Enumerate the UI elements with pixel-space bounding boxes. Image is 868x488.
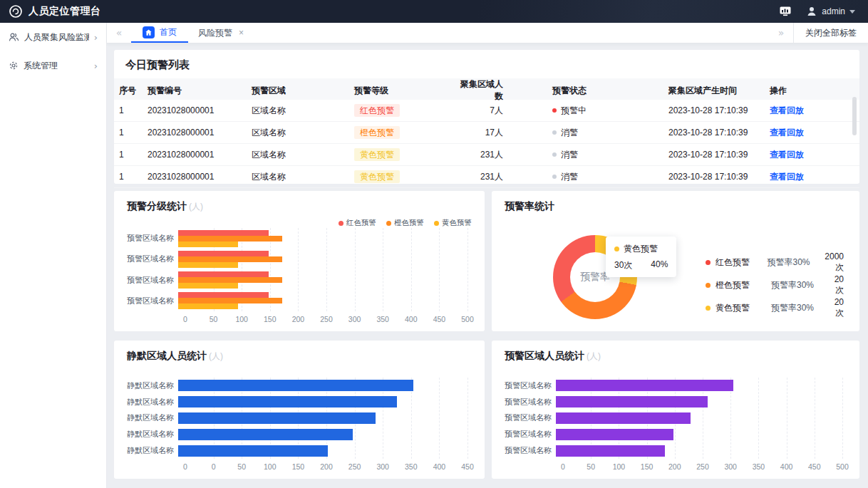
cell-level: 橙色预警 [349,126,453,139]
status-text: 消警 [561,171,578,183]
legend-dot-icon [706,260,711,265]
view-playback-link[interactable]: 查看回放 [770,128,804,137]
level-badge: 橙色预警 [354,126,400,139]
cell-area: 区域名称 [247,149,349,161]
chart-title: 预警区域人员统计(人) [492,341,859,363]
bar-track [556,380,842,391]
bar-row: 静默区域名称 [127,380,467,391]
cell-time: 2023-10-28 17:10:39 [649,150,757,160]
grouped-bar-plot: 预警区域名称预警区域名称预警区域名称预警区域名称0501001502002503… [127,228,467,326]
grid-line [467,228,468,311]
app-title: 人员定位管理台 [29,5,101,18]
plot-rows: 预警区域名称预警区域名称预警区域名称预警区域名称预警区域名称 [505,378,842,459]
column-header: 预警编号 [143,85,247,97]
rate-legend-item[interactable]: 黄色预警预警率30%20次 [706,296,844,319]
sidebar-item-risk-monitor[interactable]: 人员聚集风险监测预警 › [0,23,106,51]
column-header: 聚集区域人数 [453,78,547,103]
user-avatar-icon [806,6,817,17]
user-menu[interactable]: admin [806,6,855,17]
tooltip-percent: 40% [651,259,668,271]
x-tick-label: 200 [320,462,333,471]
column-header: 操作 [757,85,859,97]
rate-legend-name: 黄色预警 [706,302,771,314]
bar-track [178,412,467,424]
tabs-scroll-right-icon[interactable]: » [769,23,793,43]
tab-home[interactable]: 首页 [131,23,188,43]
warning-area-people-stats-card: 预警区域人员统计(人) 预警区域名称预警区域名称预警区域名称预警区域名称预警区域… [492,341,859,479]
table-row: 120231028000001区域名称橙色预警17人消警2023-10-28 1… [114,122,859,144]
bar-track [178,251,467,268]
bar-segment [178,256,282,262]
close-all-tabs-button[interactable]: 关闭全部标签 [793,23,868,43]
tooltip-series-name: 黄色预警 [624,243,658,255]
x-tick-label: 400 [780,462,793,471]
table-row: 120231028000001区域名称黄色预警231人消警2023-10-28 … [114,166,859,188]
bar [178,380,413,391]
sidebar-item-label: 人员聚集风险监测预警 [24,31,89,43]
bar [178,396,397,407]
x-tick-label: 450 [433,315,446,323]
bar-segment [178,277,282,283]
bar-row: 预警区域名称 [505,445,842,457]
brand: 人员定位管理台 [0,4,101,19]
bar-row: 静默区域名称 [127,429,467,440]
bar-track [178,380,467,391]
logo-icon [9,4,23,19]
cell-count: 17人 [453,127,547,139]
cell-index: 1 [114,105,143,115]
monitor-screen-icon[interactable] [779,6,792,17]
view-playback-link[interactable]: 查看回放 [770,150,804,160]
close-icon[interactable]: × [239,28,244,38]
cell-area: 区域名称 [247,105,349,117]
bar-row: 静默区域名称 [127,445,467,457]
legend-item[interactable]: 红色预警 [339,218,376,228]
y-axis-label: 预警区域名称 [127,275,178,286]
x-tick-label: 100 [613,462,626,471]
bar-segment [178,283,238,289]
sidebar-item-system-admin[interactable]: 系统管理 › [0,51,106,80]
bar [556,445,665,457]
x-tick-label: 450 [461,462,474,471]
tabs-scroll-left-icon[interactable]: « [107,23,131,43]
cell-level: 黄色预警 [349,148,453,161]
x-tick-label: 400 [433,462,446,471]
legend-item[interactable]: 黄色预警 [434,218,472,228]
bar-plot: 预警区域名称预警区域名称预警区域名称预警区域名称预警区域名称0501001502… [505,378,842,473]
legend-item[interactable]: 橙色预警 [386,218,424,228]
cell-index: 1 [114,128,143,137]
gear-icon [9,61,19,71]
bar-track [556,429,842,440]
x-tick-label: 300 [376,462,389,471]
tab-bar: « 首页 风险预警 × » 关闭全部标签 [107,23,868,43]
top-navbar: 人员定位管理台 admin [0,0,868,23]
cell-area: 区域名称 [247,171,349,183]
tab-risk-warning[interactable]: 风险预警 × [188,23,254,43]
table-scrollbar-thumb[interactable] [852,97,857,135]
user-name: admin [822,6,845,16]
rate-legend-item[interactable]: 红色预警预警率30%2000次 [706,251,844,274]
legend-dot-icon [706,306,711,311]
chevron-right-icon: › [94,32,98,43]
x-tick-label: 250 [320,315,333,323]
x-tick-label: 50 [237,462,246,471]
y-axis-label: 预警区域名称 [505,412,556,423]
y-axis-label: 静默区域名称 [127,412,178,423]
bar-row: 预警区域名称 [505,412,842,424]
status-text: 预警中 [561,105,587,117]
view-playback-link[interactable]: 查看回放 [770,105,804,115]
legend-label: 橙色预警 [715,279,750,291]
status-text: 消警 [561,127,578,139]
column-header: 序号 [114,85,143,97]
bar-group: 预警区域名称 [127,251,467,268]
bar-track [556,396,842,407]
rate-legend-item[interactable]: 橙色预警预警率30%20次 [706,274,844,296]
view-playback-link[interactable]: 查看回放 [770,172,804,182]
x-tick-label: 300 [724,462,737,471]
status-dot-icon [552,175,557,179]
bar-segment [178,251,269,256]
rate-legend-name: 红色预警 [706,256,767,269]
x-tick-label: 300 [348,315,361,323]
legend-label: 黄色预警 [715,302,750,314]
legend-dot-icon [434,221,439,226]
x-tick-label: 250 [348,462,361,471]
